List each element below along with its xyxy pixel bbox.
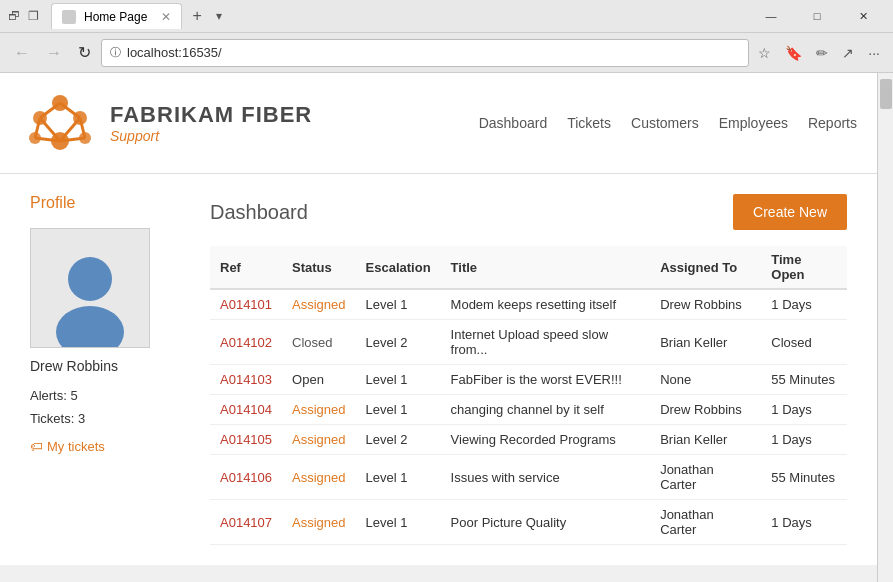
ref-link[interactable]: A014105 bbox=[220, 432, 272, 447]
ref-link[interactable]: A014107 bbox=[220, 515, 272, 530]
tab-close-icon[interactable]: ✕ bbox=[161, 10, 171, 24]
profile-title: Profile bbox=[30, 194, 190, 212]
reading-list-button[interactable]: 🔖 bbox=[780, 42, 807, 64]
cell-time: 55 Minutes bbox=[761, 365, 847, 395]
col-title: Title bbox=[441, 246, 651, 289]
cell-assigned: Jonathan Carter bbox=[650, 455, 761, 500]
ref-link[interactable]: A014106 bbox=[220, 470, 272, 485]
ref-link[interactable]: A014102 bbox=[220, 335, 272, 350]
col-escalation: Escalation bbox=[356, 246, 441, 289]
cell-escalation: Level 2 bbox=[356, 425, 441, 455]
cell-ref: A014101 bbox=[210, 289, 282, 320]
minimize-button[interactable]: — bbox=[749, 4, 793, 28]
status-badge: Assigned bbox=[292, 402, 345, 417]
lock-icon: ⓘ bbox=[110, 45, 121, 60]
title-bar: 🗗 ❐ Home Page ✕ + ▾ — □ ✕ bbox=[0, 0, 893, 32]
cell-status: Assigned bbox=[282, 500, 355, 545]
cell-time: 1 Days bbox=[761, 289, 847, 320]
tab-title: Home Page bbox=[84, 10, 147, 24]
cell-status: Closed bbox=[282, 320, 355, 365]
more-button[interactable]: ··· bbox=[863, 42, 885, 64]
brand-text: FABRIKAM FIBER Support bbox=[110, 102, 312, 144]
window-controls: — □ ✕ bbox=[749, 4, 885, 28]
main-nav: Dashboard Tickets Customers Employees Re… bbox=[479, 115, 857, 131]
my-tickets-link[interactable]: 🏷 My tickets bbox=[30, 439, 190, 454]
create-new-button[interactable]: Create New bbox=[733, 194, 847, 230]
status-badge: Assigned bbox=[292, 297, 345, 312]
cell-assigned: None bbox=[650, 365, 761, 395]
table-row: A014106 Assigned Level 1 Issues with ser… bbox=[210, 455, 847, 500]
cell-ref: A014104 bbox=[210, 395, 282, 425]
svg-line-6 bbox=[40, 103, 60, 118]
cell-assigned: Drew Robbins bbox=[650, 395, 761, 425]
nav-employees[interactable]: Employees bbox=[719, 115, 788, 131]
scrollbar[interactable] bbox=[877, 73, 893, 582]
new-tab-button[interactable]: + bbox=[186, 5, 207, 27]
svg-line-7 bbox=[60, 103, 80, 118]
navigation-bar: ← → ↻ ⓘ ☆ 🔖 ✏ ↗ ··· bbox=[0, 32, 893, 72]
active-tab[interactable]: Home Page ✕ bbox=[51, 3, 182, 29]
ref-link[interactable]: A014103 bbox=[220, 372, 272, 387]
cell-assigned: Brian Keller bbox=[650, 320, 761, 365]
cell-time: 1 Days bbox=[761, 500, 847, 545]
cell-ref: A014105 bbox=[210, 425, 282, 455]
refresh-button[interactable]: ↻ bbox=[72, 39, 97, 66]
table-row: A014105 Assigned Level 2 Viewing Recorde… bbox=[210, 425, 847, 455]
pen-button[interactable]: ✏ bbox=[811, 42, 833, 64]
header-inner: FABRIKAM FIBER Support Dashboard Tickets… bbox=[0, 73, 877, 173]
cell-escalation: Level 1 bbox=[356, 395, 441, 425]
tickets-stat: Tickets: 3 bbox=[30, 407, 190, 430]
col-ref: Ref bbox=[210, 246, 282, 289]
nav-reports[interactable]: Reports bbox=[808, 115, 857, 131]
cell-status: Assigned bbox=[282, 289, 355, 320]
col-status: Status bbox=[282, 246, 355, 289]
cell-escalation: Level 1 bbox=[356, 455, 441, 500]
cell-ref: A014106 bbox=[210, 455, 282, 500]
table-row: A014101 Assigned Level 1 Modem keeps res… bbox=[210, 289, 847, 320]
content-layout: Profile Drew Robbins Alerts: 5 bbox=[30, 194, 847, 545]
cell-assigned: Jonathan Carter bbox=[650, 500, 761, 545]
tab-dropdown-icon[interactable]: ▾ bbox=[212, 7, 226, 25]
tickets-label: Tickets: bbox=[30, 411, 74, 426]
tab-bar: 🗗 ❐ Home Page ✕ + ▾ bbox=[8, 3, 745, 29]
table-row: A014103 Open Level 1 FabFiber is the wor… bbox=[210, 365, 847, 395]
ref-link[interactable]: A014104 bbox=[220, 402, 272, 417]
table-row: A014104 Assigned Level 1 changing channe… bbox=[210, 395, 847, 425]
avatar bbox=[30, 228, 150, 348]
cell-escalation: Level 2 bbox=[356, 320, 441, 365]
brand-sub: Support bbox=[110, 128, 312, 144]
status-badge: Assigned bbox=[292, 470, 345, 485]
col-assigned: Assigned To bbox=[650, 246, 761, 289]
nav-dashboard[interactable]: Dashboard bbox=[479, 115, 548, 131]
nav-tickets[interactable]: Tickets bbox=[567, 115, 611, 131]
cell-title: Viewing Recorded Programs bbox=[441, 425, 651, 455]
dashboard-title: Dashboard bbox=[210, 201, 308, 224]
svg-point-14 bbox=[68, 257, 112, 301]
ref-link[interactable]: A014101 bbox=[220, 297, 272, 312]
url-input[interactable] bbox=[127, 45, 740, 60]
page-content: FABRIKAM FIBER Support Dashboard Tickets… bbox=[0, 73, 877, 582]
maximize-button[interactable]: □ bbox=[795, 4, 839, 28]
nav-customers[interactable]: Customers bbox=[631, 115, 699, 131]
user-stats: Alerts: 5 Tickets: 3 bbox=[30, 384, 190, 431]
status-badge: Assigned bbox=[292, 515, 345, 530]
close-button[interactable]: ✕ bbox=[841, 4, 885, 28]
table-row: A014102 Closed Level 2 Internet Upload s… bbox=[210, 320, 847, 365]
table-body: A014101 Assigned Level 1 Modem keeps res… bbox=[210, 289, 847, 545]
favorites-button[interactable]: ☆ bbox=[753, 42, 776, 64]
address-bar[interactable]: ⓘ bbox=[101, 39, 749, 67]
back-button[interactable]: ← bbox=[8, 40, 36, 66]
scrollbar-thumb[interactable] bbox=[880, 79, 892, 109]
cell-status: Assigned bbox=[282, 455, 355, 500]
cell-escalation: Level 1 bbox=[356, 289, 441, 320]
forward-button[interactable]: → bbox=[40, 40, 68, 66]
status-badge: Open bbox=[292, 372, 324, 387]
dashboard-area: Dashboard Create New Ref Status Escalati… bbox=[210, 194, 847, 545]
cell-status: Assigned bbox=[282, 395, 355, 425]
tickets-table: Ref Status Escalation Title Assigned To … bbox=[210, 246, 847, 545]
cell-title: changing channel by it self bbox=[441, 395, 651, 425]
tickets-count: 3 bbox=[78, 411, 85, 426]
status-badge: Closed bbox=[292, 335, 332, 350]
cell-status: Open bbox=[282, 365, 355, 395]
share-button[interactable]: ↗ bbox=[837, 42, 859, 64]
